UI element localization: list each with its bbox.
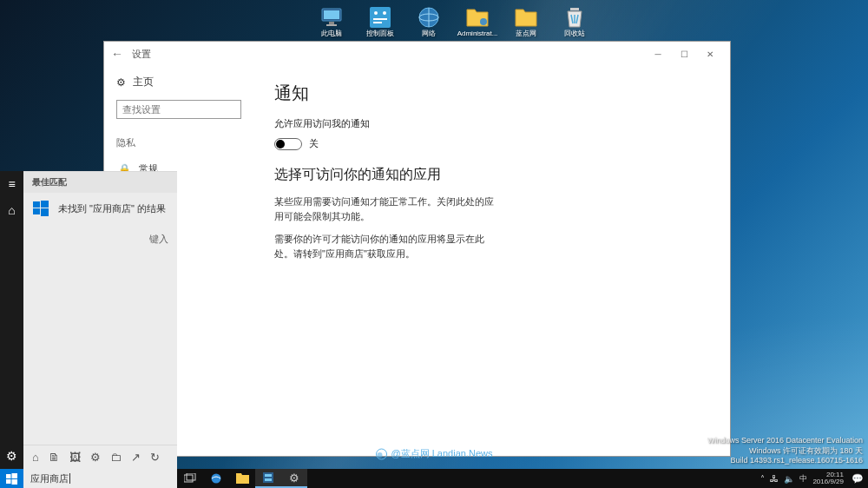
svg-rect-22 <box>6 479 11 484</box>
svg-rect-27 <box>263 472 273 483</box>
minimize-button[interactable]: ─ <box>645 44 671 63</box>
windows-store-icon <box>32 200 49 217</box>
start-search-panel: 最佳匹配 未找到 "应用商店" 的结果 键入 ⌂ 🗎 🖼 ⚙ 🗀 ↗ ↻ <box>23 171 177 469</box>
filter-web-icon[interactable]: ↗ <box>131 451 141 464</box>
desktop-icon-network[interactable]: 网络 <box>408 3 450 40</box>
settings-window: ← 设置 ─ ☐ ✕ ⚙ 主页 隐私 🔒 常规 ⚲ 位置 📷 <box>103 41 731 457</box>
desktop-icon-landian[interactable]: 蓝点网 <box>505 3 547 40</box>
svg-point-12 <box>480 18 487 25</box>
app-title: 设置 <box>132 48 151 61</box>
section-title: 选择可访问你的通知的应用 <box>274 166 709 184</box>
weibo-icon <box>376 448 388 460</box>
svg-rect-24 <box>184 475 193 482</box>
tray-network-icon[interactable]: 🖧 <box>770 474 779 484</box>
svg-rect-20 <box>6 474 11 478</box>
close-button[interactable]: ✕ <box>697 44 723 63</box>
tray-up-icon[interactable]: ˄ <box>760 474 765 484</box>
svg-rect-16 <box>33 208 40 214</box>
start-button[interactable] <box>0 469 23 488</box>
settings-search-input[interactable] <box>116 100 241 119</box>
svg-rect-3 <box>326 24 337 26</box>
desktop-icon-control-panel[interactable]: 控制面板 <box>359 3 401 40</box>
build-watermark: Windows Server 2016 Datacenter Evaluatio… <box>707 436 863 465</box>
taskbar-clock[interactable]: 20:11 2016/9/29 <box>812 472 844 485</box>
tray-ime-icon[interactable]: 中 <box>799 473 807 485</box>
filter-photos-icon[interactable]: 🖼 <box>69 451 81 464</box>
section-para2: 需要你的许可才能访问你的通知的应用将显示在此处。请转到"应用商店"获取应用。 <box>274 232 500 260</box>
filter-documents-icon[interactable]: 🗎 <box>49 451 60 464</box>
desktop-icon-admin[interactable]: Administrat... <box>457 3 498 40</box>
svg-point-6 <box>383 11 386 15</box>
titlebar[interactable]: ← 设置 ─ ☐ ✕ <box>104 42 730 66</box>
svg-rect-28 <box>265 474 272 477</box>
taskbar-taskview[interactable] <box>177 469 203 488</box>
taskbar: 应用商店 ⚙ ˄ 🖧 🔈 中 20:11 2016/9/29 💬 <box>0 469 868 488</box>
system-tray: ˄ 🖧 🔈 中 <box>760 473 807 485</box>
text-cursor <box>69 473 70 484</box>
svg-rect-8 <box>373 22 382 23</box>
svg-point-19 <box>378 452 383 458</box>
svg-rect-4 <box>370 7 391 28</box>
settings-content: 通知 允许应用访问我的通知 关 选择可访问你的通知的应用 某些应用需要访问通知才… <box>253 66 730 456</box>
toggle-state: 关 <box>309 137 319 150</box>
allow-label: 允许应用访问我的通知 <box>274 117 709 130</box>
rail-settings[interactable]: ⚙ <box>0 443 23 469</box>
action-center-icon[interactable]: 💬 <box>849 473 866 485</box>
search-hint: 键入 <box>23 224 177 445</box>
taskbar-search-value: 应用商店 <box>30 472 69 485</box>
sidebar-home[interactable]: ⚙ 主页 <box>116 75 241 89</box>
gear-icon: ⚙ <box>116 76 126 89</box>
rail-hamburger[interactable]: ≡ <box>0 171 23 197</box>
svg-rect-17 <box>41 208 49 216</box>
search-filters: ⌂ 🗎 🖼 ⚙ 🗀 ↗ ↻ <box>23 445 177 469</box>
filter-more-icon[interactable]: ↻ <box>150 451 160 464</box>
search-result-item[interactable]: 未找到 "应用商店" 的结果 <box>23 193 177 224</box>
svg-rect-1 <box>324 10 339 19</box>
svg-rect-2 <box>329 22 334 24</box>
start-rail: ≡ ⌂ ⚙ <box>0 171 23 469</box>
maximize-button[interactable]: ☐ <box>671 44 697 63</box>
section-para1: 某些应用需要访问通知才能正常工作。关闭此处的应用可能会限制其功能。 <box>274 195 500 223</box>
filter-home-icon[interactable]: ⌂ <box>32 451 39 464</box>
desktop-icons: 此电脑 控制面板 网络 Administrat... 蓝点网 回收站 <box>311 3 595 40</box>
taskbar-server-manager[interactable] <box>255 469 281 488</box>
svg-rect-21 <box>12 473 18 478</box>
desktop-icon-recycle[interactable]: 回收站 <box>554 3 595 40</box>
svg-rect-7 <box>373 18 387 20</box>
svg-point-26 <box>212 474 221 484</box>
svg-rect-23 <box>12 479 18 485</box>
taskbar-ie[interactable] <box>203 469 229 488</box>
sidebar-group-privacy: 隐私 <box>116 136 241 149</box>
svg-rect-15 <box>41 201 49 208</box>
svg-point-5 <box>374 11 378 15</box>
tray-volume-icon[interactable]: 🔈 <box>784 474 794 484</box>
back-button[interactable]: ← <box>111 47 123 61</box>
svg-rect-13 <box>570 8 579 10</box>
svg-rect-14 <box>33 201 40 208</box>
filter-settings-icon[interactable]: ⚙ <box>90 451 101 464</box>
page-title: 通知 <box>274 82 709 105</box>
best-match-header: 最佳匹配 <box>23 172 177 193</box>
notifications-toggle[interactable] <box>274 138 302 150</box>
taskbar-explorer[interactable] <box>229 469 255 488</box>
svg-rect-25 <box>187 473 195 480</box>
svg-rect-29 <box>265 478 272 481</box>
desktop-icon-this-pc[interactable]: 此电脑 <box>311 3 352 40</box>
rail-home[interactable]: ⌂ <box>0 197 23 223</box>
filter-folder-icon[interactable]: 🗀 <box>110 451 122 464</box>
gear-icon: ⚙ <box>289 472 299 485</box>
search-result-label: 未找到 "应用商店" 的结果 <box>58 202 166 215</box>
taskbar-search-box[interactable]: 应用商店 <box>23 469 177 488</box>
taskbar-settings[interactable]: ⚙ <box>281 469 307 488</box>
center-watermark: @蓝点网 Landian.News <box>376 447 493 460</box>
